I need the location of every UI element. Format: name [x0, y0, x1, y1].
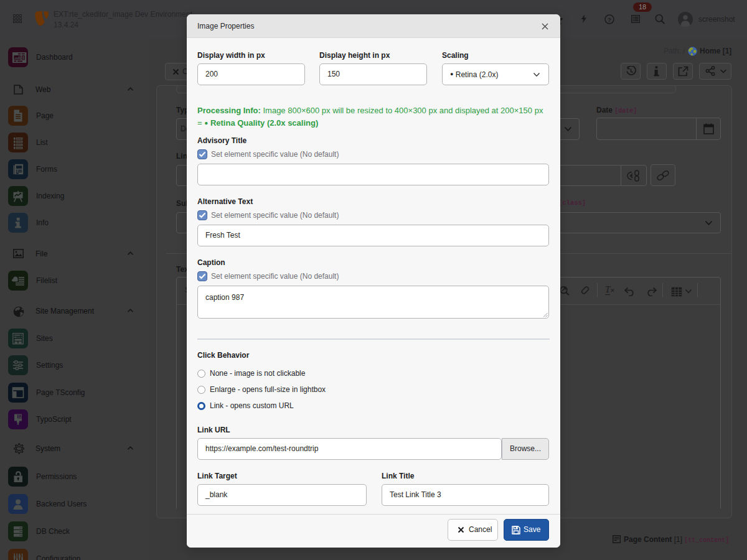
svg-text:?: ?: [608, 16, 611, 23]
